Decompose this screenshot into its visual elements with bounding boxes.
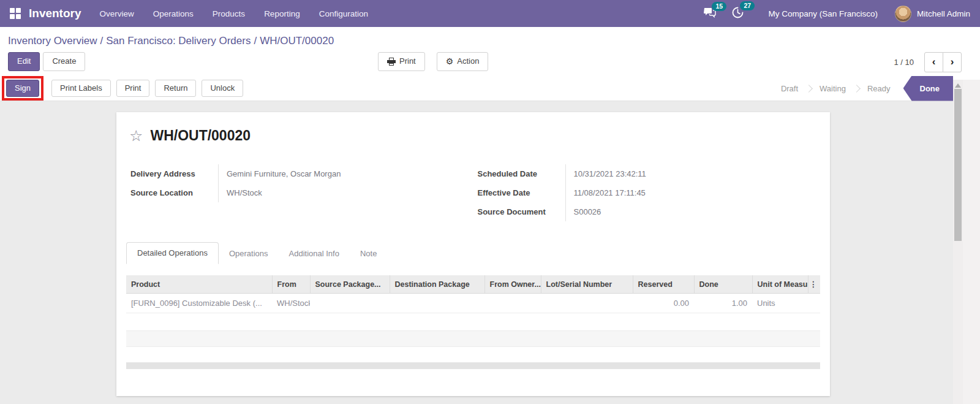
table-header-row: Product From Source Package... Destinati… [126, 275, 820, 294]
tab-additional-info[interactable]: Additional Info [279, 243, 350, 264]
apps-grid-icon[interactable] [10, 8, 21, 19]
empty-row [126, 347, 820, 362]
breadcrumb-separator: / [251, 35, 260, 47]
nav-item-overview[interactable]: Overview [100, 9, 134, 18]
pager-previous-button[interactable]: ‹ [924, 52, 943, 72]
column-from-owner[interactable]: From Owner... [484, 275, 541, 294]
user-menu[interactable]: Mitchell Admin [895, 6, 970, 22]
column-destination-package[interactable]: Destination Package [390, 275, 484, 294]
striped-empty-row [126, 330, 820, 347]
column-product[interactable]: Product [126, 275, 272, 294]
source-document-value[interactable]: S00026 [565, 202, 821, 221]
cell-lot-serial[interactable] [541, 294, 633, 313]
breadcrumb-separator: / [97, 35, 107, 47]
annotation-highlight: Sign [2, 76, 43, 101]
top-nav: Inventory Overview Operations Products R… [0, 0, 980, 27]
column-reserved[interactable]: Reserved [633, 275, 694, 294]
state-done-active[interactable]: Done [903, 76, 954, 101]
scrollbar-thumb[interactable] [954, 89, 962, 241]
status-pipeline: Draft Waiting Ready Done [773, 76, 953, 101]
table-row[interactable]: [FURN_0096] Customizable Desk (... WH/St… [126, 294, 820, 313]
tab-note[interactable]: Note [350, 243, 387, 264]
sign-button[interactable]: Sign [6, 80, 39, 97]
column-done[interactable]: Done [694, 275, 752, 294]
column-from[interactable]: From [272, 275, 310, 294]
app-name[interactable]: Inventory [29, 7, 81, 20]
return-button[interactable]: Return [155, 80, 196, 97]
column-uom[interactable]: Unit of Measur... [752, 275, 808, 294]
edit-button[interactable]: Edit [8, 52, 40, 71]
notebook-tabs: Detailed Operations Operations Additiona… [126, 242, 820, 264]
scheduled-date-value[interactable]: 10/31/2021 23:42:11 [565, 164, 821, 183]
breadcrumb: Inventory Overview/San Francisco: Delive… [0, 27, 980, 49]
state-draft[interactable]: Draft [773, 84, 806, 93]
cell-source-package[interactable] [310, 294, 390, 313]
empty-row [126, 313, 820, 330]
tab-detailed-operations[interactable]: Detailed Operations [126, 242, 219, 264]
nav-item-configuration[interactable]: Configuration [319, 9, 368, 18]
company-switcher[interactable]: My Company (San Francisco) [768, 9, 878, 18]
operations-table: Product From Source Package... Destinati… [126, 275, 820, 313]
cell-product[interactable]: [FURN_0096] Customizable Desk (... [126, 294, 272, 313]
state-ready[interactable]: Ready [859, 84, 899, 93]
controls-row: Edit Create Print ⚙ Action 1 / 10 ‹ › [0, 49, 980, 76]
cell-uom[interactable]: Units [752, 294, 808, 313]
scroll-up-arrow-icon[interactable] [955, 83, 961, 88]
pager: 1 / 10 ‹ › [894, 52, 962, 72]
field-group-right: Scheduled Date 10/31/2021 23:42:11 Effec… [473, 164, 821, 221]
messages-icon[interactable]: 15 [704, 7, 716, 20]
source-location-label: Source Location [126, 183, 218, 202]
effective-date-value[interactable]: 11/08/2021 17:11:45 [565, 183, 821, 202]
action-menu-button[interactable]: ⚙ Action [437, 52, 489, 71]
cell-destination-package[interactable] [390, 294, 484, 313]
unlock-button[interactable]: Unlock [202, 80, 243, 97]
user-name: Mitchell Admin [917, 9, 970, 18]
breadcrumb-current: WH/OUT/00020 [260, 35, 334, 47]
document-sheet: ☆ WH/OUT/00020 Delivery Address Gemini F… [116, 112, 830, 396]
printer-icon [387, 58, 396, 66]
column-lot-serial[interactable]: Lot/Serial Number [541, 275, 633, 294]
activities-icon[interactable]: 27 [732, 7, 744, 21]
source-location-value[interactable]: WH/Stock [218, 183, 473, 202]
action-menu-label: Action [457, 57, 479, 66]
form-view: ☆ WH/OUT/00020 Delivery Address Gemini F… [0, 105, 963, 404]
messages-badge: 15 [712, 2, 726, 12]
cell-from-owner[interactable] [484, 294, 541, 313]
table-horizontal-scrollbar[interactable] [126, 362, 820, 369]
document-title: WH/OUT/00020 [150, 128, 251, 144]
print-menu-button[interactable]: Print [378, 52, 425, 71]
print-button[interactable]: Print [116, 80, 150, 97]
optional-columns-icon[interactable]: ⋮ [808, 275, 820, 294]
status-bar: Sign Print Labels Print Return Unlock Dr… [0, 76, 980, 101]
vertical-scrollbar[interactable] [953, 80, 963, 404]
control-panel: Inventory Overview/San Francisco: Delive… [0, 27, 980, 76]
cell-done[interactable]: 1.00 [694, 294, 752, 313]
field-groups: Delivery Address Gemini Furniture, Oscar… [126, 164, 820, 221]
print-menu-label: Print [399, 57, 416, 66]
delivery-address-label: Delivery Address [126, 164, 218, 183]
print-labels-button[interactable]: Print Labels [51, 80, 111, 97]
tab-operations[interactable]: Operations [219, 243, 279, 264]
cell-reserved[interactable]: 0.00 [633, 294, 694, 313]
chevron-left-icon: ‹ [932, 56, 936, 68]
cell-from[interactable]: WH/Stock [272, 294, 310, 313]
nav-item-reporting[interactable]: Reporting [264, 9, 300, 18]
create-button[interactable]: Create [43, 52, 85, 71]
source-document-label: Source Document [473, 202, 565, 221]
user-avatar [895, 6, 911, 22]
chevron-right-icon: › [951, 56, 954, 68]
effective-date-label: Effective Date [473, 183, 565, 202]
pager-count: 1 / 10 [894, 58, 914, 67]
breadcrumb-delivery-orders[interactable]: San Francisco: Delivery Orders [106, 35, 251, 47]
nav-item-products[interactable]: Products [213, 9, 245, 18]
column-source-package[interactable]: Source Package... [310, 275, 390, 294]
activities-badge: 27 [740, 1, 755, 11]
favorite-star-icon[interactable]: ☆ [129, 128, 143, 143]
state-waiting[interactable]: Waiting [812, 84, 854, 93]
pager-next-button[interactable]: › [943, 52, 962, 72]
delivery-address-value[interactable]: Gemini Furniture, Oscar Morgan [218, 164, 473, 183]
nav-item-operations[interactable]: Operations [153, 9, 194, 18]
gear-icon: ⚙ [446, 57, 454, 66]
breadcrumb-inventory-overview[interactable]: Inventory Overview [8, 35, 97, 47]
field-group-left: Delivery Address Gemini Furniture, Oscar… [126, 164, 473, 221]
